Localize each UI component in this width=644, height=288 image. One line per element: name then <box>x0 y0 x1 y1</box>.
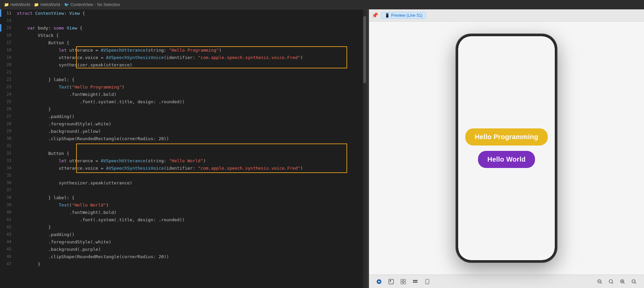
main-content: 11 14 15 16 17 18 19 20 21 22 23 24 25 2… <box>0 9 644 288</box>
code-line-40: .fontWeight(.bold) <box>14 209 363 216</box>
breadcrumb-sep-1: › <box>31 2 33 7</box>
panel-divider[interactable] <box>366 9 369 288</box>
code-line-27: .padding() <box>14 113 363 120</box>
code-line-30: .clipShape(RoundedRectangle(cornerRadius… <box>14 135 363 142</box>
line-num-21: 21 <box>0 68 14 76</box>
svg-rect-3 <box>390 280 391 282</box>
line-num-25: 25 <box>0 98 14 105</box>
iphone-screen: Hello Programming Hello World <box>458 36 555 260</box>
code-line-24: .fontWeight(.bold) <box>14 91 363 98</box>
code-line-29: .background(.yellow) <box>14 127 363 135</box>
zoom-fit-button[interactable] <box>606 277 616 286</box>
line-num-37: 37 <box>0 186 14 194</box>
line-num-47: 47 <box>0 260 14 268</box>
code-line-42: } <box>14 223 363 231</box>
code-line-35 <box>14 172 363 179</box>
line-num-14: 14 <box>0 17 14 24</box>
code-line-23: Text("Hello Programming") <box>14 83 363 91</box>
svg-rect-6 <box>401 282 403 284</box>
preview-icon: 📱 <box>385 13 390 18</box>
line-num-23: 23 <box>0 83 14 91</box>
line-num-16: 16 <box>0 32 14 39</box>
line-num-22: 22 <box>0 76 14 83</box>
code-line-20: synthesizer.speak(utterance) <box>14 61 363 68</box>
line-num-30: 30 <box>0 135 14 142</box>
grid-button[interactable] <box>398 277 408 286</box>
svg-line-22 <box>635 282 636 284</box>
bottom-right-controls: 1:1 <box>595 277 639 286</box>
zoom-in-button[interactable] <box>618 277 627 286</box>
svg-rect-5 <box>404 279 406 281</box>
swift-icon: 🐦 <box>64 2 69 7</box>
scrollbar-thumb <box>363 16 366 83</box>
code-line-22: } label: { <box>14 76 363 83</box>
preview-tab-label: Preview (Line 51) <box>391 13 422 18</box>
line-num-38: 38 <box>0 194 14 201</box>
code-line-45: .background(.purple) <box>14 245 363 253</box>
layout-button[interactable] <box>411 277 420 286</box>
folder-icon-2: 📁 <box>34 2 39 7</box>
line-numbers: 11 14 15 16 17 18 19 20 21 22 23 24 25 2… <box>0 9 14 288</box>
hello-world-button[interactable]: Hello World <box>478 151 535 168</box>
code-line-41: .font(.system(.title, design: .rounded)) <box>14 216 363 223</box>
code-line-32: Button { <box>14 150 363 157</box>
breadcrumb-sep-2: › <box>61 2 63 7</box>
code-line-16: VStack { <box>14 32 363 39</box>
line-num-45: 45 <box>0 245 14 253</box>
code-line-34: utterance.voice = AVSpeechSynthesisVoice… <box>14 164 363 172</box>
line-num-29: 29 <box>0 127 14 135</box>
svg-point-11 <box>427 283 428 284</box>
line-num-40: 40 <box>0 209 14 216</box>
zoom-out-button[interactable] <box>595 277 604 286</box>
code-line-44: .foregroundStyle(.white) <box>14 238 363 245</box>
play-button[interactable] <box>374 277 384 286</box>
line-num-18: 18 <box>0 46 14 54</box>
breadcrumb-item-2[interactable]: 📁 HelloWorld <box>34 2 60 7</box>
bottom-left-controls <box>374 277 432 286</box>
code-line-17: Button { <box>14 39 363 46</box>
svg-rect-4 <box>401 279 403 281</box>
device-button[interactable] <box>423 277 432 286</box>
preview-tab[interactable]: 📱 Preview (Line 51) <box>381 12 426 19</box>
svg-line-13 <box>601 282 602 284</box>
line-num-34: 34 <box>0 164 14 172</box>
breadcrumb-sep-3: › <box>95 2 96 7</box>
code-line-19: utterance.voice = AVSpeechSynthesisVoice… <box>14 54 363 61</box>
code-line-18: let utterance = AVSpeechUtterance(string… <box>14 46 363 54</box>
breadcrumb-item-3[interactable]: 🐦 ContentView <box>64 2 93 7</box>
code-line-15: var body: some View { <box>14 24 363 32</box>
breadcrumb-label-2: HelloWorld <box>40 2 60 7</box>
preview-toolbar: 📌 📱 Preview (Line 51) <box>369 9 644 21</box>
breadcrumb-item-1[interactable]: 📁 HelloWorld <box>4 2 30 7</box>
code-line-11: struct ContentView: View { <box>14 9 363 17</box>
line-num-35: 35 <box>0 172 14 179</box>
line-num-17: 17 <box>0 39 14 46</box>
line-num-44: 44 <box>0 238 14 245</box>
code-line-26: } <box>14 105 363 113</box>
code-content[interactable]: struct ContentView: View { var body: som… <box>14 9 363 288</box>
code-line-31 <box>14 142 363 150</box>
svg-rect-8 <box>413 280 418 281</box>
line-num-42: 42 <box>0 223 14 231</box>
line-num-32: 32 <box>0 150 14 157</box>
breadcrumb-bar: 📁 HelloWorld › 📁 HelloWorld › 🐦 ContentV… <box>0 0 644 9</box>
breadcrumb-label-1: HelloWorld <box>10 2 30 7</box>
hello-programming-button[interactable]: Hello Programming <box>465 128 548 146</box>
line-num-15: 15 <box>0 24 14 32</box>
inspect-button[interactable] <box>386 277 396 286</box>
zoom-actual-button[interactable]: 1:1 <box>629 277 639 286</box>
code-line-21 <box>14 68 363 76</box>
line-num-19: 19 <box>0 54 14 61</box>
svg-rect-9 <box>413 282 418 283</box>
editor-scrollbar[interactable] <box>363 9 366 288</box>
line-num-20: 20 <box>0 61 14 68</box>
line-num-24: 24 <box>0 91 14 98</box>
pin-icon[interactable]: 📌 <box>372 12 378 18</box>
code-editor[interactable]: 11 14 15 16 17 18 19 20 21 22 23 24 25 2… <box>0 9 366 288</box>
line-num-26: 26 <box>0 105 14 113</box>
code-line-14 <box>14 17 363 24</box>
preview-content: Hello Programming Hello World <box>369 21 644 275</box>
code-line-28: .foregroundStyle(.white) <box>14 120 363 127</box>
line-num-27: 27 <box>0 113 14 120</box>
svg-rect-7 <box>404 282 406 284</box>
